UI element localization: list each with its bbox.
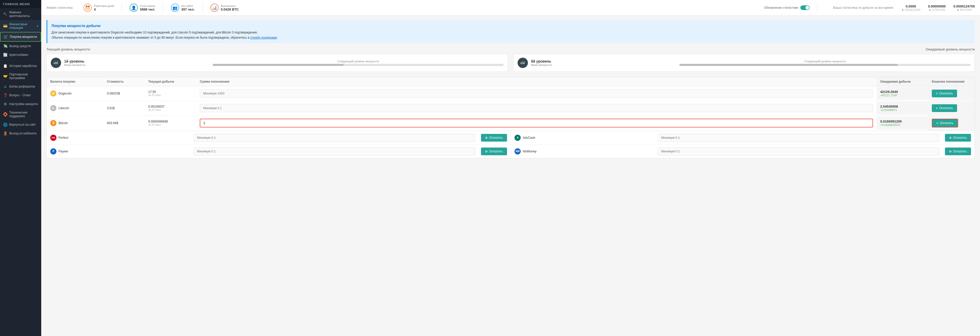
- sidebar: ГЛАВНОЕ МЕНЮ ⛏ Майнинг криптовалюты 💳 Фи…: [0, 0, 41, 336]
- adv-amount-input[interactable]: [658, 134, 939, 142]
- paid-label: Выплачено: [221, 5, 239, 8]
- ltc-price: 3.81$: [103, 103, 145, 113]
- col-mining: Текущая добыча: [145, 77, 196, 86]
- sidebar-item-label: Настройки аккаунта: [9, 102, 38, 106]
- table-row: Ð Dogecoin 0.00023$ 17.55 за 24 часа 421…: [47, 86, 975, 101]
- pay-icon: ⊕: [949, 136, 951, 139]
- sidebar-item-partner[interactable]: 🤝 Партнерская программа: [0, 70, 41, 82]
- main-content: Живая статистика: ⏰ Работаем дней 4 👤 Уч…: [41, 0, 980, 336]
- pm-name: Perfect: [59, 136, 68, 139]
- btc-amount-input[interactable]: [200, 119, 873, 127]
- ltc-amount-input[interactable]: [200, 104, 873, 112]
- sidebar-item-label: Вернуться на сайт: [9, 123, 36, 127]
- buy-icon: 🛒: [3, 35, 8, 39]
- doge-price: 0.00023$: [103, 89, 145, 98]
- sidebar-item-back-site[interactable]: 🌐 Вернуться на сайт: [0, 120, 41, 129]
- chevron-down-icon: ▾: [37, 25, 38, 27]
- divider: [202, 3, 203, 13]
- info-text-2: Обычно операция по зачислению покупки в …: [52, 35, 971, 40]
- divider: [163, 3, 163, 13]
- col-expected: Ожидаемая добыча: [877, 77, 928, 86]
- payeer-amount-input[interactable]: [194, 147, 475, 155]
- btc-price: 603.94$: [103, 118, 145, 128]
- ltc-amount: [196, 101, 877, 115]
- arrow-up-icon: ▲: [957, 8, 959, 11]
- back-site-icon: 🌐: [3, 122, 7, 127]
- payment-col-right: A AdvCash ⊕ Оплатить: [511, 131, 975, 158]
- pm-pay-button[interactable]: ⊕ Оплатить: [481, 134, 507, 142]
- my-doge-coin: ▲ DOGECOIN: [901, 8, 920, 11]
- info-block: Покупка мощности добычи Для зачисления п…: [46, 20, 975, 43]
- sidebar-item-battle[interactable]: ⚔ Битва рефералов: [0, 82, 41, 91]
- pm-amount-input[interactable]: [194, 134, 475, 142]
- expected-level-card: 🏎 5й уровень Ваша мощность Следующий уро…: [513, 54, 975, 72]
- info-text-1: Для зачисления покупки в криптовалюте Do…: [52, 30, 971, 35]
- support-icon: 🛟: [3, 112, 7, 116]
- sidebar-item-qa[interactable]: ❓ Вопрос - Ответ: [0, 91, 41, 100]
- support-link[interactable]: службу поддержки: [250, 36, 277, 40]
- col-amount: Сумма пополнения: [196, 77, 877, 86]
- sidebar-item-exchange[interactable]: 🔄 Криптообмен: [0, 51, 41, 59]
- doge-amount-input[interactable]: [200, 89, 873, 98]
- stats-bar: Живая статистика: ⏰ Работаем дней 4 👤 Уч…: [41, 0, 980, 16]
- my-stats: Ваша статистика по добыче за все время: …: [833, 5, 975, 11]
- online-value: 397 чел.: [181, 8, 195, 11]
- qa-icon: ❓: [3, 93, 7, 97]
- sidebar-item-withdraw[interactable]: 💸 Вывод средств: [0, 42, 41, 51]
- stat-paid: 📊 Выплачено 0.0428 BTC: [210, 3, 239, 12]
- financial-icon: 💳: [3, 24, 7, 28]
- payeer-icon: P: [50, 148, 56, 154]
- pay-icon: ⊕: [485, 136, 488, 139]
- page-title: Покупка мощности добычи: [52, 23, 971, 29]
- exchange-icon: 🔄: [3, 53, 7, 57]
- nix-pay-button[interactable]: ⊕ Оплатить: [945, 147, 971, 155]
- expected-level-label: Ожидаемый уровень мощности: [926, 48, 975, 51]
- sidebar-item-label: Вывод средств: [9, 44, 31, 48]
- sidebar-item-logout[interactable]: 🚪 Выход из кабинета: [0, 129, 41, 138]
- sidebar-item-label: Финансовые операции: [9, 22, 35, 30]
- payeer-name: Payeer: [59, 150, 68, 153]
- adv-pay-button[interactable]: ⊕ Оплатить: [945, 134, 971, 142]
- sidebar-header: ГЛАВНОЕ МЕНЮ: [0, 0, 41, 8]
- my-ltc-coin: ▲ LITECOIN: [929, 8, 945, 11]
- payment-item-nixmoney: NM NixMoney ⊕ Оплатить: [511, 145, 975, 158]
- mining-table: Валюта покупки Стоимость Текущая добыча …: [46, 77, 975, 158]
- arrow-up-icon: ▲: [929, 8, 931, 11]
- sidebar-item-label: Криптообмен: [9, 53, 29, 57]
- sidebar-item-label: Партнерская программа: [9, 73, 38, 80]
- current-next-label: Следующий уровень мощности: [213, 60, 504, 63]
- stats-toggle[interactable]: [800, 5, 810, 10]
- sidebar-item-history[interactable]: 📋 История заработка: [0, 62, 41, 70]
- doge-pay-button[interactable]: ≡ Оплатить: [932, 90, 957, 97]
- btc-currency: ₿ Bitcoin: [47, 117, 103, 129]
- payment-item-advcash: A AdvCash ⊕ Оплатить: [511, 131, 975, 145]
- current-level-card: 🏎 1й уровень Ваша мощность Следующий уро…: [46, 54, 508, 72]
- ltc-icon: Ł: [50, 105, 56, 111]
- ltc-currency: Ł Litecoin: [47, 102, 103, 114]
- btc-mining: 0.0000066690 за 24 часа: [145, 117, 196, 129]
- btc-pay-button[interactable]: ≡ Оплатить: [932, 119, 958, 127]
- sidebar-item-settings[interactable]: ⚙ Настройки аккаунта: [0, 100, 41, 108]
- sidebar-item-mining[interactable]: ⛏ Майнинг криптовалюты: [0, 8, 41, 20]
- sidebar-item-label: Майнинг криптовалюты: [9, 11, 38, 18]
- page-content: Покупка мощности добычи Для зачисления п…: [41, 16, 980, 336]
- sidebar-item-label: Покупка мощности: [10, 35, 37, 39]
- payeer-pay-button[interactable]: ⊕ Оплатить: [481, 147, 507, 155]
- sidebar-item-label: Выход из кабинета: [9, 132, 37, 135]
- payment-section: PM Perfect ⊕ Оплатить: [47, 131, 975, 158]
- ltc-pay-button[interactable]: ≡ Оплатить: [932, 104, 957, 112]
- sidebar-item-financial[interactable]: 💳 Финансовые операции ▾: [0, 20, 41, 32]
- stat-days: ⏰ Работаем дней 4: [84, 3, 114, 12]
- current-bar-fill: [213, 64, 344, 66]
- nix-amount-input[interactable]: [658, 147, 939, 155]
- current-level-sub: Ваша мощность: [64, 63, 210, 67]
- ltc-mining: 0.00106037 за 24 часа: [145, 102, 196, 114]
- my-stat-doge: 0.0000 ▲ DOGECOIN: [901, 5, 920, 11]
- doge-expected: 42129.2640 +42111.7140: [877, 87, 928, 100]
- nix-name: NixMoney: [523, 150, 536, 153]
- sidebar-item-support[interactable]: 🛟 Техническая поддержка: [0, 108, 41, 120]
- users-icon: 👤: [130, 3, 138, 12]
- ltc-expected: 2.54545008 +2.54438971: [877, 101, 928, 114]
- col-currency: Валюта покупки: [47, 77, 103, 86]
- sidebar-item-buy-power[interactable]: 🛒 Покупка мощности: [0, 32, 41, 42]
